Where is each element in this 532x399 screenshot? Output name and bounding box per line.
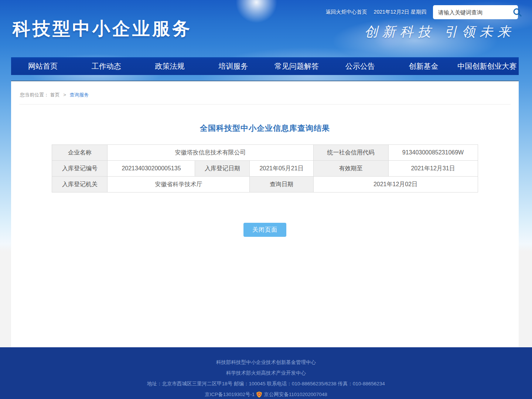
valid-until-value: 2021年12月31日 — [388, 161, 478, 177]
current-date: 2021年12月2日 星期四 — [374, 9, 426, 16]
icp-filing-link[interactable]: 京ICP备13019302号-1 — [205, 389, 255, 399]
nav-item-announcements[interactable]: 公示公告 — [328, 57, 392, 75]
nav-item-training[interactable]: 培训服务 — [201, 57, 265, 75]
company-name-label: 企业名称 — [52, 145, 108, 161]
nav-item-policy[interactable]: 政策法规 — [138, 57, 202, 75]
site-logo: 科技型中小企业服务 — [13, 17, 192, 41]
credit-code-value: 91340300085231069W — [388, 145, 478, 161]
query-result-table: 企业名称 安徽塔孜信息技术有限公司 统一社会信用代码 9134030008523… — [52, 144, 478, 192]
footer-org-line-1: 科技部科技型中小企业技术创新基金管理中心 — [0, 357, 532, 368]
footer-address-line: 地址：北京市西城区三里河二区甲18号 邮编：100045 联系电话：010-88… — [0, 378, 532, 389]
search-box[interactable] — [433, 5, 518, 19]
breadcrumb-separator: > — [63, 92, 66, 98]
footer: 科技部科技型中小企业技术创新基金管理中心 科学技术部火炬高技术产业开发中心 地址… — [0, 347, 532, 399]
registration-date-label: 入库登记日期 — [195, 161, 250, 177]
page-title: 全国科技型中小企业信息库查询结果 — [11, 123, 519, 133]
main-nav: 网站首页 工作动态 政策法规 培训服务 常见问题解答 公示公告 创新基金 中国创… — [11, 57, 519, 75]
nav-item-faq[interactable]: 常见问题解答 — [265, 57, 328, 75]
search-icon[interactable] — [512, 7, 522, 17]
table-row: 企业名称 安徽塔孜信息技术有限公司 统一社会信用代码 9134030008523… — [52, 145, 478, 161]
footer-icp-line: 京ICP备13019302号-1 京公网安备11010202007048 — [0, 389, 532, 399]
breadcrumb-home-link[interactable]: 首页 — [50, 92, 60, 98]
public-security-badge-icon — [256, 391, 262, 398]
breadcrumb-prefix: 您当前位置： — [20, 92, 49, 98]
breadcrumb: 您当前位置： 首页 > 查询服务 — [19, 81, 511, 105]
breadcrumb-current-link[interactable]: 查询服务 — [69, 92, 89, 98]
search-input[interactable] — [437, 9, 512, 16]
nav-item-home[interactable]: 网站首页 — [11, 57, 75, 75]
nav-item-innovation-fund[interactable]: 创新基金 — [392, 57, 456, 75]
content-panel: 您当前位置： 首页 > 查询服务 全国科技型中小企业信息库查询结果 企业名称 安… — [11, 81, 519, 347]
footer-org-line-2: 科学技术部火炬高技术产业开发中心 — [0, 368, 532, 378]
table-row: 入库登记机关 安徽省科学技术厅 查询日期 2021年12月02日 — [52, 177, 478, 192]
nav-item-work-news[interactable]: 工作动态 — [75, 57, 138, 75]
registration-date-value: 2021年05月21日 — [250, 161, 313, 177]
table-row: 入库登记编号 202134030200005135 入库登记日期 2021年05… — [52, 161, 478, 177]
company-name-value: 安徽塔孜信息技术有限公司 — [108, 145, 313, 161]
topbar: 返回火炬中心首页 2021年12月2日 星期四 — [326, 5, 518, 19]
credit-code-label: 统一社会信用代码 — [313, 145, 388, 161]
registration-number-value: 202134030200005135 — [108, 161, 195, 177]
site-slogan: 创新科技 引领未来 — [365, 23, 515, 41]
public-security-filing-link[interactable]: 京公网安备11010202007048 — [264, 389, 327, 399]
query-date-label: 查询日期 — [250, 177, 313, 192]
nav-item-competition[interactable]: 中国创新创业大赛 — [455, 57, 519, 75]
registration-number-label: 入库登记编号 — [52, 161, 108, 177]
close-page-button[interactable]: 关闭页面 — [243, 223, 286, 237]
registration-authority-label: 入库登记机关 — [52, 177, 108, 192]
valid-until-label: 有效期至 — [313, 161, 388, 177]
registration-authority-value: 安徽省科学技术厅 — [108, 177, 250, 192]
query-date-value: 2021年12月02日 — [313, 177, 478, 192]
return-torch-home-link[interactable]: 返回火炬中心首页 — [326, 9, 367, 16]
